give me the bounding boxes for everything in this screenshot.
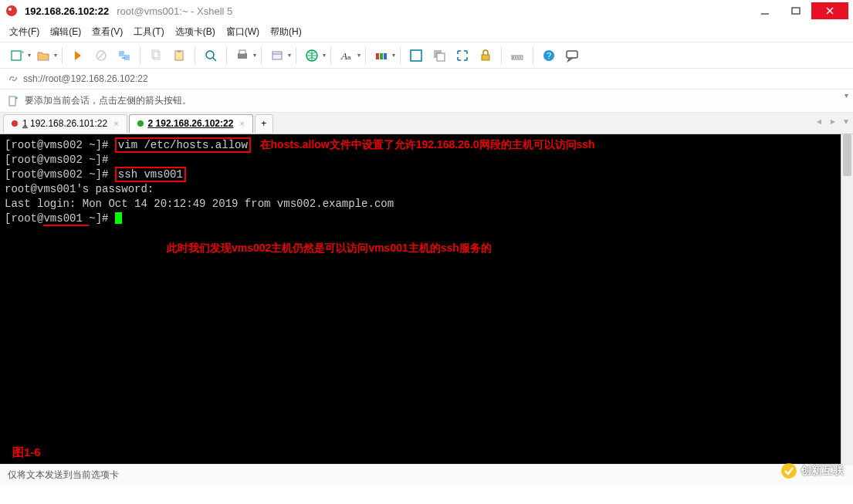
toolbar-overflow-icon[interactable]: ▾ (845, 91, 848, 100)
highlight-box: vim /etc/hosts.allow (115, 137, 251, 153)
menu-edit[interactable]: 编辑(E) (50, 25, 81, 39)
watermark-text: 创新互联 (801, 464, 844, 478)
cursor-icon (115, 212, 122, 224)
new-session-icon[interactable]: + (6, 45, 28, 66)
app-icon (5, 4, 19, 18)
svg-rect-15 (178, 50, 181, 52)
dropdown-icon[interactable]: ▾ (323, 52, 326, 59)
transfer-icon[interactable] (113, 45, 135, 66)
address-text: ssh://root@192.168.26.102:22 (23, 73, 148, 84)
fullscreen-icon[interactable] (405, 45, 427, 66)
status-dot-connected-icon (137, 120, 144, 127)
tab-close-icon[interactable]: × (239, 119, 244, 128)
properties-icon[interactable] (266, 45, 288, 66)
svg-point-1 (8, 8, 12, 11)
info-text: 要添加当前会话，点击左侧的箭头按钮。 (25, 94, 191, 107)
tab-nav-arrows[interactable]: ◂ ▸ ▾ (817, 116, 848, 127)
toolbar: +▾ ▾ ▾ ▾ ▾ Aa▾ ▾ ? (0, 42, 853, 68)
address-bar[interactable]: ssh://root@192.168.26.102:22 (0, 68, 853, 90)
watermark: 创新互联 (780, 462, 844, 479)
svg-rect-40 (9, 96, 15, 106)
tab-label: 1 192.168.26.101:22 (22, 118, 107, 129)
search-icon[interactable] (200, 45, 222, 66)
menu-help[interactable]: 帮助(H) (270, 25, 302, 39)
svg-rect-34 (515, 56, 516, 59)
tab-label: 2 192.168.26.102:22 (148, 118, 234, 129)
svg-text:+: + (21, 49, 24, 56)
menu-tabs[interactable]: 选项卡(B) (175, 25, 215, 39)
svg-text:A: A (340, 50, 347, 62)
open-folder-icon[interactable] (32, 45, 54, 66)
svg-point-41 (781, 463, 797, 479)
annotation-text: 此时我们发现vms002主机仍然是可以访问vms001主机的ssh服务的 (167, 242, 492, 254)
chevron-left-icon: ◂ (817, 116, 821, 127)
menu-view[interactable]: 查看(V) (92, 25, 123, 39)
titlebar: 192.168.26.102:22 root@vms001:~ - Xshell… (0, 0, 853, 22)
keys-icon[interactable] (506, 45, 528, 66)
fonts-icon[interactable]: Aa (336, 45, 357, 66)
colors-icon[interactable] (371, 45, 392, 66)
svg-line-9 (98, 52, 104, 59)
minimize-button[interactable] (750, 2, 780, 19)
svg-rect-31 (482, 55, 489, 60)
svg-rect-26 (380, 53, 383, 59)
highlight-underline: vms001 (43, 212, 89, 226)
svg-text:?: ? (547, 51, 551, 60)
session-tab-1[interactable]: 1 192.168.26.101:22 × (3, 114, 127, 133)
maximize-button[interactable] (780, 2, 811, 19)
close-button[interactable] (811, 2, 848, 19)
transparency-icon[interactable] (428, 45, 450, 66)
annotation-text: 在hosts.allow文件中设置了允许192.168.26.0网段的主机可以访… (251, 138, 595, 151)
svg-rect-33 (513, 56, 514, 59)
help-icon[interactable]: ? (538, 45, 560, 66)
svg-line-17 (213, 58, 216, 61)
menubar: 文件(F) 编辑(E) 查看(V) 工具(T) 选项卡(B) 窗口(W) 帮助(… (0, 22, 853, 42)
svg-rect-30 (437, 53, 445, 61)
svg-rect-35 (517, 56, 519, 59)
menu-window[interactable]: 窗口(W) (226, 25, 259, 39)
dropdown-icon[interactable]: ▾ (288, 52, 291, 59)
svg-rect-27 (384, 53, 387, 59)
lock-icon[interactable] (475, 45, 496, 66)
chevron-right-icon: ▸ (831, 116, 835, 127)
copy-icon (145, 45, 167, 66)
status-text: 仅将文本发送到当前选项卡 (8, 468, 119, 482)
svg-text:a: a (347, 54, 351, 61)
dropdown-icon[interactable]: ▾ (357, 52, 360, 59)
highlight-box: ssh vms001 (115, 167, 186, 182)
svg-rect-36 (520, 56, 521, 59)
fit-icon[interactable] (452, 45, 473, 66)
paste-icon[interactable] (168, 45, 190, 66)
window-title-sub: root@vms001:~ - Xshell 5 (117, 5, 232, 17)
session-tab-2[interactable]: 2 192.168.26.102:22 × (129, 114, 253, 133)
globe-icon[interactable] (301, 45, 323, 66)
disconnect-icon[interactable] (90, 45, 112, 66)
print-icon[interactable] (232, 45, 253, 66)
dropdown-icon[interactable]: ▾ (392, 52, 395, 59)
menu-file[interactable]: 文件(F) (9, 25, 39, 39)
tab-add-button[interactable]: + (255, 114, 273, 133)
tab-close-icon[interactable]: × (113, 119, 118, 128)
reconnect-icon[interactable] (67, 45, 89, 66)
dropdown-icon[interactable]: ▾ (54, 52, 57, 59)
svg-rect-39 (567, 51, 577, 58)
svg-point-0 (6, 5, 17, 16)
status-bar: 仅将文本发送到当前选项卡 (0, 464, 853, 485)
tab-bar: 1 192.168.26.101:22 × 2 192.168.26.102:2… (0, 113, 853, 134)
window-title-main: 192.168.26.102:22 (25, 5, 109, 17)
chat-icon[interactable] (561, 45, 583, 66)
dropdown-icon[interactable]: ▾ (28, 52, 31, 59)
terminal[interactable]: [root@vms002 ~]# vim /etc/hosts.allow 在h… (0, 134, 853, 464)
svg-rect-25 (376, 53, 379, 59)
dropdown-icon[interactable]: ▾ (253, 52, 256, 59)
svg-rect-3 (792, 8, 800, 14)
svg-rect-11 (124, 55, 130, 60)
svg-rect-6 (12, 51, 21, 60)
menu-tools[interactable]: 工具(T) (134, 25, 164, 39)
bookmark-add-icon[interactable] (8, 96, 19, 107)
scrollbar-thumb[interactable] (843, 134, 851, 176)
link-icon (8, 73, 19, 84)
terminal-scrollbar[interactable] (841, 134, 853, 464)
svg-rect-20 (272, 52, 282, 59)
watermark-logo-icon (780, 462, 797, 479)
